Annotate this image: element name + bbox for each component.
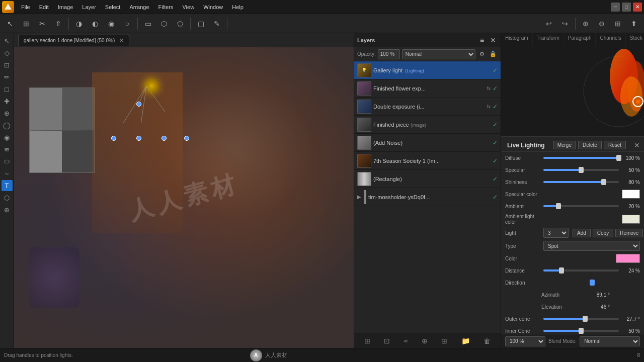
lighting-opacity-select[interactable]: 100 % <box>505 336 545 346</box>
light-handle-right[interactable] <box>184 136 189 141</box>
ambient-slider[interactable] <box>543 205 619 207</box>
blend-mode-select[interactable]: Normal <box>402 49 475 59</box>
distance-slider[interactable] <box>543 269 619 272</box>
layer-item-noise[interactable]: (Add Noise) ✓ <box>354 134 501 152</box>
tool-dodge[interactable]: ◯ <box>2 120 13 131</box>
tool-arrange[interactable]: ⊞ <box>611 17 625 31</box>
light-handle-center-2[interactable] <box>162 136 167 141</box>
lighting-blend-select[interactable]: Normal <box>580 336 640 346</box>
tool-clone[interactable]: ⊕ <box>2 108 13 119</box>
light-copy-button[interactable]: Copy <box>593 229 613 237</box>
type-select[interactable]: Spot <box>543 241 640 251</box>
tool-zoom[interactable]: ⊕ <box>2 204 13 215</box>
tool-zoom-in[interactable]: ⊕ <box>579 17 593 31</box>
menu-edit[interactable]: Edit <box>35 3 53 11</box>
menu-arrange[interactable]: Arrange <box>125 3 153 11</box>
layer-add-group-btn[interactable]: ⊞ <box>364 337 370 345</box>
layer-add-mask-btn[interactable]: ⊡ <box>384 337 390 345</box>
outer-cone-slider[interactable] <box>543 318 619 320</box>
layer-item-gallery-light[interactable]: 💡 Gallery light (Lighting) ✓ <box>354 61 501 79</box>
layer-duplicate-btn[interactable]: ⊕ <box>422 337 428 345</box>
layer-folder-btn[interactable]: 📁 <box>461 337 470 345</box>
menu-help[interactable]: Help <box>228 3 248 11</box>
layer-delete-btn[interactable]: 🗑 <box>484 337 491 345</box>
ambient-color-swatch[interactable] <box>622 215 640 224</box>
tool-pen[interactable]: ✎ <box>210 17 224 31</box>
tool-adjust[interactable]: ◐ <box>88 17 102 31</box>
layer-settings-btn[interactable]: ⚙ <box>477 50 487 59</box>
canvas-tab-close[interactable]: ✕ <box>119 37 124 43</box>
specular-thumb[interactable] <box>579 167 584 173</box>
tool-shape-left[interactable]: ⬡ <box>2 192 13 203</box>
specular-color-swatch[interactable] <box>622 190 640 199</box>
lighting-close-icon[interactable]: ✕ <box>634 141 640 149</box>
light-source-handle[interactable] <box>144 78 159 94</box>
window-maximize-button[interactable]: □ <box>622 3 631 12</box>
tool-erase[interactable]: ◻ <box>2 83 13 95</box>
layer-item-double[interactable]: Double exposure (i... fx ✓ <box>354 98 501 116</box>
tool-zoom-out[interactable]: ⊖ <box>595 17 609 31</box>
tool-select-smart[interactable]: ⬠ <box>173 17 187 31</box>
tool-select-rect[interactable]: ▭ <box>141 17 155 31</box>
layer-visibility-flower[interactable]: ✓ <box>493 85 498 92</box>
tab-histogram[interactable]: Histogram <box>501 33 533 46</box>
tool-crop-left[interactable]: ⊡ <box>2 59 13 70</box>
layer-visibility-double[interactable]: ✓ <box>493 103 498 110</box>
color-wheel-svg[interactable] <box>543 46 644 137</box>
menu-select[interactable]: Select <box>101 3 125 11</box>
layer-item-tim[interactable]: ▶ tim-mossholder-ysDq0f... ✓ <box>354 188 501 206</box>
outer-cone-thumb[interactable] <box>583 316 588 322</box>
layer-item-piece[interactable]: Finished piece (Image) ✓ <box>354 116 501 134</box>
layer-visibility-noise[interactable]: ✓ <box>493 139 498 146</box>
canvas-tab-label[interactable]: gallery section 1 done [Modified] (50.0%… <box>18 35 129 46</box>
opacity-input[interactable] <box>378 49 400 59</box>
window-close-button[interactable]: ✕ <box>633 3 642 12</box>
tool-share[interactable]: ⇧ <box>51 17 65 31</box>
tool-crop[interactable]: ✂ <box>35 17 49 31</box>
tool-smudge[interactable]: ~ <box>2 168 13 179</box>
tool-pointer[interactable]: ↖ <box>2 35 13 46</box>
tool-text[interactable]: T <box>2 180 13 191</box>
direction-thumb[interactable] <box>590 280 595 286</box>
tool-paint[interactable]: ✏ <box>2 71 13 82</box>
tool-export[interactable]: ⬆ <box>627 17 641 31</box>
layer-visibility-rect[interactable]: ✓ <box>493 175 498 183</box>
distance-thumb[interactable] <box>559 267 564 274</box>
color-swatch[interactable] <box>616 254 640 263</box>
light-select[interactable]: 3 <box>543 228 569 238</box>
layer-item-7th[interactable]: 7th Season Society 1 (Im... ✓ <box>354 152 501 170</box>
shininess-slider[interactable] <box>543 181 619 183</box>
tool-redo[interactable]: ↪ <box>558 17 572 31</box>
inner-cone-thumb[interactable] <box>579 328 584 334</box>
light-add-button[interactable]: Add <box>573 229 591 237</box>
layer-add-adjustment-btn[interactable]: ≈ <box>404 337 408 345</box>
diffuse-slider[interactable] <box>543 157 619 159</box>
tool-healing[interactable]: ✚ <box>2 96 13 107</box>
tool-gradient[interactable]: ◑ <box>72 17 86 31</box>
menu-window[interactable]: Window <box>199 3 227 11</box>
tool-burn[interactable]: ◉ <box>2 132 13 143</box>
lighting-merge-button[interactable]: Merge <box>553 141 576 149</box>
tab-paragraph[interactable]: Paragraph <box>564 33 596 46</box>
tool-history[interactable]: ↩ <box>542 17 556 31</box>
menu-image[interactable]: Image <box>54 3 77 11</box>
light-handle-top[interactable] <box>136 102 141 107</box>
tab-stock[interactable]: Stock <box>626 33 644 46</box>
light-remove-button[interactable]: Remove <box>615 229 643 237</box>
layer-visibility-gallery-light[interactable]: ✓ <box>493 67 498 74</box>
tool-shape[interactable]: ▢ <box>194 17 208 31</box>
tool-transform[interactable]: ⊞ <box>19 17 33 31</box>
layer-visibility-tim[interactable]: ✓ <box>493 194 498 201</box>
layer-visibility-piece[interactable]: ✓ <box>493 121 498 128</box>
layer-add-btn[interactable]: ⊞ <box>441 337 447 345</box>
diffuse-thumb[interactable] <box>616 155 621 161</box>
specular-slider[interactable] <box>543 169 619 171</box>
window-minimize-button[interactable]: ─ <box>611 3 620 12</box>
tool-blur[interactable]: ≋ <box>2 144 13 155</box>
light-handle-center-1[interactable] <box>136 136 141 141</box>
shininess-thumb[interactable] <box>601 179 606 185</box>
layers-panel-close[interactable]: ✕ <box>489 36 498 45</box>
light-handle-left[interactable] <box>111 136 116 141</box>
layer-expand-tim[interactable]: ▶ <box>357 194 361 200</box>
tab-transform[interactable]: Transform <box>533 33 564 46</box>
